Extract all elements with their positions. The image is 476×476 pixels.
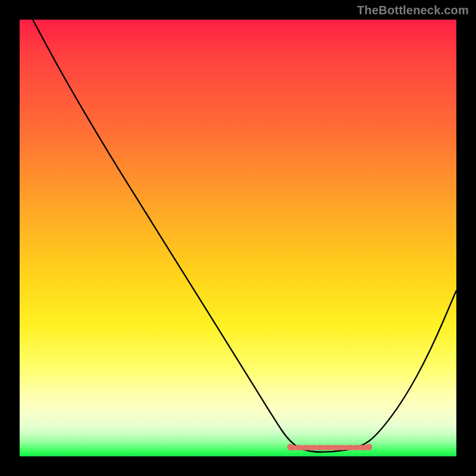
recommended-range-endcap [287,444,294,450]
watermark-label: TheBottleneck.com [357,4,469,17]
plot-area [20,20,456,456]
recommended-range-marker [287,444,372,450]
chart-frame: TheBottleneck.com [0,0,476,476]
curve-svg [20,20,456,456]
bottleneck-curve-path [33,20,456,452]
recommended-range-endcap [366,444,372,450]
